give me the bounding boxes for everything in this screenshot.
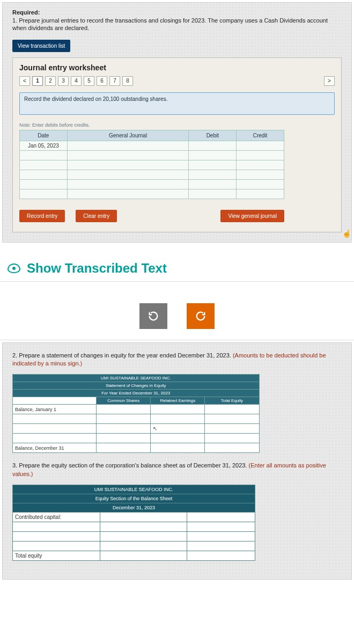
table-row[interactable] xyxy=(13,541,255,551)
date-cell[interactable]: Jan 05, 2023 xyxy=(20,141,68,150)
col-total: Total Equity xyxy=(205,397,259,405)
table-row[interactable] xyxy=(20,179,284,189)
pager-page-1[interactable]: 1 xyxy=(32,76,43,86)
table-row[interactable]: ↖ xyxy=(13,424,260,434)
show-transcribed-toggle[interactable]: Show Transcribed Text xyxy=(0,245,354,281)
table-row[interactable] xyxy=(20,189,284,199)
q2-text: 2. Prepare a statement of changes in equ… xyxy=(12,352,342,368)
table-row[interactable] xyxy=(13,434,260,443)
table-row[interactable]: Balance, January 1 xyxy=(13,405,260,414)
bs-section: Equity Section of the Balance Sheet xyxy=(13,494,255,503)
eye-icon xyxy=(8,264,20,273)
instruction-box: Record the dividend declared on 20,100 o… xyxy=(19,92,335,115)
row-contributed: Contributed capital: xyxy=(13,513,100,522)
pager-page-7[interactable]: 7 xyxy=(109,76,120,86)
view-general-journal-button[interactable]: View general journal xyxy=(220,210,284,222)
col-common: Common Shares xyxy=(97,397,151,405)
table-row[interactable] xyxy=(13,532,255,541)
required-text: 1. Prepare journal entries to record the… xyxy=(12,17,342,32)
worksheet-title: Journal entry worksheet xyxy=(19,63,335,72)
table-row[interactable] xyxy=(20,160,284,170)
bottom-screenshot-panel: 2. Prepare a statement of changes in equ… xyxy=(2,342,352,580)
journal-entry-worksheet: Journal entry worksheet < 1 2 3 4 5 6 7 … xyxy=(12,57,342,232)
action-row: Record entry Clear entry View general jo… xyxy=(19,210,284,222)
journal-table: Date General Journal Debit Credit Jan 05… xyxy=(19,130,284,199)
table-row[interactable] xyxy=(13,414,260,424)
equity-statement-table: UMI SUSTAINABLE SEAFOOD INC. Statement o… xyxy=(12,374,260,453)
bs-date: December 31, 2023 xyxy=(13,503,255,513)
redo-button[interactable] xyxy=(187,303,215,329)
table-row[interactable]: Total equity xyxy=(13,551,255,561)
col-credit: Credit xyxy=(237,130,284,141)
col-date: Date xyxy=(20,130,68,141)
clear-entry-button[interactable]: Clear entry xyxy=(76,210,117,222)
row-total-equity: Total equity xyxy=(13,551,100,561)
undo-icon xyxy=(148,310,159,322)
hand-cursor-icon: ☝ xyxy=(342,229,351,238)
row-balance-dec: Balance, December 31 xyxy=(13,443,97,453)
q2-text-main: 2. Prepare a statement of changes in equ… xyxy=(12,352,233,358)
stmt-period: For Year Ended December 31, 2023 xyxy=(13,390,260,397)
table-row[interactable] xyxy=(20,170,284,179)
record-entry-button[interactable]: Record entry xyxy=(19,210,65,222)
separator-2 xyxy=(0,340,354,340)
top-screenshot-panel: Required: 1. Prepare journal entries to … xyxy=(2,2,352,243)
cursor-icon: ↖ xyxy=(153,426,158,432)
pager-next[interactable]: > xyxy=(324,76,335,86)
bs-company: UMI SUSTAINABLE SEAFOOD INC. xyxy=(13,485,255,494)
q3-text-main: 3. Prepare the equity section of the cor… xyxy=(12,462,249,469)
q3-text: 3. Prepare the equity section of the cor… xyxy=(12,462,332,478)
pager-page-8[interactable]: 8 xyxy=(122,76,133,86)
undo-button[interactable] xyxy=(139,303,167,329)
col-retained: Retained Earnings xyxy=(151,397,205,405)
stmt-title: Statement of Changes in Equity xyxy=(13,382,260,390)
pager-prev[interactable]: < xyxy=(19,76,30,86)
question-2-block: 2. Prepare a statement of changes in equ… xyxy=(3,343,351,580)
stmt-company: UMI SUSTAINABLE SEAFOOD INC. xyxy=(13,375,260,382)
table-row[interactable]: Contributed capital: xyxy=(13,513,255,522)
col-debit: Debit xyxy=(189,130,237,141)
question-3-block: 3. Prepare the equity section of the cor… xyxy=(12,453,342,569)
pager-page-3[interactable]: 3 xyxy=(58,76,69,86)
table-row[interactable]: Jan 05, 2023 xyxy=(20,141,284,150)
required-label: Required: xyxy=(12,9,342,16)
redo-icon xyxy=(195,310,206,322)
table-row[interactable] xyxy=(20,150,284,160)
refresh-button-row xyxy=(0,282,354,340)
row-balance-jan: Balance, January 1 xyxy=(13,405,97,414)
view-transaction-list-button[interactable]: View transaction list xyxy=(12,40,70,52)
pager-page-5[interactable]: 5 xyxy=(84,76,94,86)
note-text: Note: Enter debits before credits. xyxy=(19,122,335,128)
pager-page-2[interactable]: 2 xyxy=(45,76,56,86)
col-general: General Journal xyxy=(67,130,189,141)
table-row[interactable]: Balance, December 31 xyxy=(13,443,260,453)
balance-sheet-table: UMI SUSTAINABLE SEAFOOD INC. Equity Sect… xyxy=(12,485,255,561)
journal-screenshot: Required: 1. Prepare journal entries to … xyxy=(3,3,351,242)
show-transcribed-label: Show Transcribed Text xyxy=(27,261,167,276)
pager-page-4[interactable]: 4 xyxy=(71,76,82,86)
table-row[interactable] xyxy=(13,522,255,532)
pager-page-6[interactable]: 6 xyxy=(97,76,107,86)
pager: < 1 2 3 4 5 6 7 8 > xyxy=(19,76,335,86)
